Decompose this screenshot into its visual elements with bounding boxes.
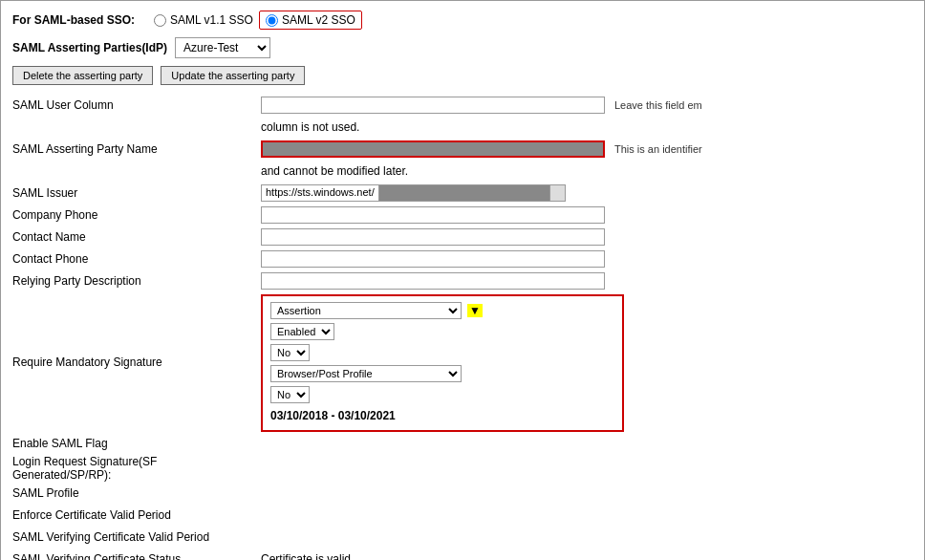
contact-phone-input[interactable] [261, 250, 605, 268]
saml-v2-option[interactable]: SAML v2 SSO [259, 11, 362, 30]
user-column-note-row: column is not used. [12, 117, 913, 138]
user-column-leave-note: Leave this field em [614, 99, 702, 111]
saml-verifying-cert-status-label: SAML Verifying Certificate Status [12, 552, 261, 560]
asserting-parties-label: SAML Asserting Parties(IdP) [12, 41, 167, 54]
asserting-party-name-note2: and cannot be modified later. [261, 164, 408, 178]
company-phone-label: Company Phone [12, 208, 261, 222]
saml-v2-label: SAML v2 SSO [282, 13, 355, 27]
asserting-parties-row: SAML Asserting Parties(IdP) Azure-Test [12, 37, 913, 58]
user-column-input[interactable] [261, 97, 605, 114]
saml-verifying-cert-status-row: SAML Verifying Certificate Status Certif… [12, 549, 913, 560]
no1-row: No [270, 344, 614, 361]
issuer-prefix: https://sts.windows.net/ [261, 184, 378, 202]
company-phone-row: Company Phone [12, 205, 913, 226]
assertion-select[interactable]: Assertion [270, 302, 462, 319]
login-request-row: Login Request Signature(SF Generated/SP/… [12, 455, 913, 482]
saml-verifying-cert-valid-row: SAML Verifying Certificate Valid Period [12, 527, 913, 548]
no2-row: No [270, 386, 614, 403]
asserting-party-name-value: This is an identifier [261, 140, 913, 158]
no2-select[interactable]: No [270, 386, 310, 403]
asserting-party-name-note: This is an identifier [614, 143, 702, 155]
relying-party-label: Relying Party Description [12, 274, 261, 288]
enforce-cert-row: Enforce Certificate Valid Period [12, 505, 913, 526]
asserting-party-name-label: SAML Asserting Party Name [12, 142, 261, 156]
enable-saml-label: Enable SAML Flag [12, 437, 261, 450]
require-mandatory-value: Assertion ▼ Enabled [261, 292, 913, 432]
button-row: Delete the asserting party Update the as… [12, 66, 913, 85]
asserting-parties-select[interactable]: Azure-Test [175, 37, 270, 58]
no1-select[interactable]: No [270, 344, 310, 361]
saml-v1-option[interactable]: SAML v1.1 SSO [154, 13, 253, 27]
sso-label: For SAML-based SSO: [12, 13, 135, 27]
main-content: SAML User Column Leave this field em col… [12, 95, 913, 560]
content-layout: SAML User Column Leave this field em col… [12, 95, 913, 560]
user-column-row: SAML User Column Leave this field em [12, 95, 913, 116]
user-column-value: Leave this field em [261, 97, 913, 114]
contact-phone-label: Contact Phone [12, 252, 261, 266]
user-column-label: SAML User Column [12, 98, 261, 112]
assertion-highlight: ▼ [467, 304, 483, 317]
browser-post-select[interactable]: Browser/Post Profile [270, 365, 462, 382]
require-mandatory-label: Require Mandatory Signature [12, 355, 261, 369]
saml-profile-row: SAML Profile [12, 483, 913, 504]
asserting-party-name-input[interactable] [261, 140, 605, 158]
signature-dropdowns-section: Assertion ▼ Enabled [261, 294, 624, 432]
contact-phone-value [261, 250, 913, 268]
enabled-select[interactable]: Enabled [270, 323, 334, 340]
browser-post-row: Browser/Post Profile [270, 365, 614, 382]
radio-group: SAML v1.1 SSO SAML v2 SSO [154, 11, 362, 30]
relying-party-value [261, 272, 913, 290]
issuer-end-btn[interactable] [550, 184, 566, 202]
contact-name-input[interactable] [261, 228, 605, 246]
require-mandatory-row: Require Mandatory Signature Assertion ▼ [12, 292, 913, 432]
company-phone-input[interactable] [261, 206, 605, 224]
company-phone-value [261, 206, 913, 224]
saml-v1-radio[interactable] [154, 14, 166, 27]
contact-name-row: Contact Name [12, 226, 913, 248]
sso-header: For SAML-based SSO: SAML v1.1 SSO SAML v… [12, 11, 913, 30]
contact-name-value [261, 228, 913, 246]
issuer-suffix-input[interactable] [378, 184, 550, 202]
main-window: For SAML-based SSO: SAML v1.1 SSO SAML v… [0, 0, 925, 560]
asserting-party-name-note-row: and cannot be modified later. [12, 161, 913, 182]
delete-asserting-party-button[interactable]: Delete the asserting party [12, 66, 153, 85]
enforce-cert-label: Enforce Certificate Valid Period [12, 508, 261, 522]
cert-date-range: 03/10/2018 - 03/10/2021 [270, 407, 614, 424]
login-request-label: Login Request Signature(SF Generated/SP/… [12, 455, 261, 482]
issuer-row: SAML Issuer https://sts.windows.net/ [12, 183, 913, 204]
asserting-party-name-row: SAML Asserting Party Name This is an ide… [12, 139, 913, 160]
update-asserting-party-button[interactable]: Update the asserting party [161, 66, 305, 85]
contact-phone-row: Contact Phone [12, 248, 913, 269]
enable-saml-row: Enable SAML Flag [12, 433, 913, 454]
contact-name-label: Contact Name [12, 230, 261, 244]
issuer-value: https://sts.windows.net/ [261, 184, 913, 202]
cert-valid-text: Certificate is valid. [261, 552, 354, 560]
issuer-input-group: https://sts.windows.net/ [261, 184, 566, 202]
issuer-label: SAML Issuer [12, 186, 261, 200]
saml-v2-radio[interactable] [266, 14, 278, 27]
user-column-note: column is not used. [261, 120, 359, 134]
saml-v1-label: SAML v1.1 SSO [170, 13, 253, 27]
relying-party-input[interactable] [261, 272, 605, 290]
relying-party-row: Relying Party Description [12, 270, 913, 291]
saml-verifying-cert-valid-label: SAML Verifying Certificate Valid Period [12, 530, 261, 544]
enabled-row: Enabled [270, 323, 614, 340]
saml-profile-label: SAML Profile [12, 486, 261, 500]
assertion-row: Assertion ▼ [270, 302, 614, 319]
